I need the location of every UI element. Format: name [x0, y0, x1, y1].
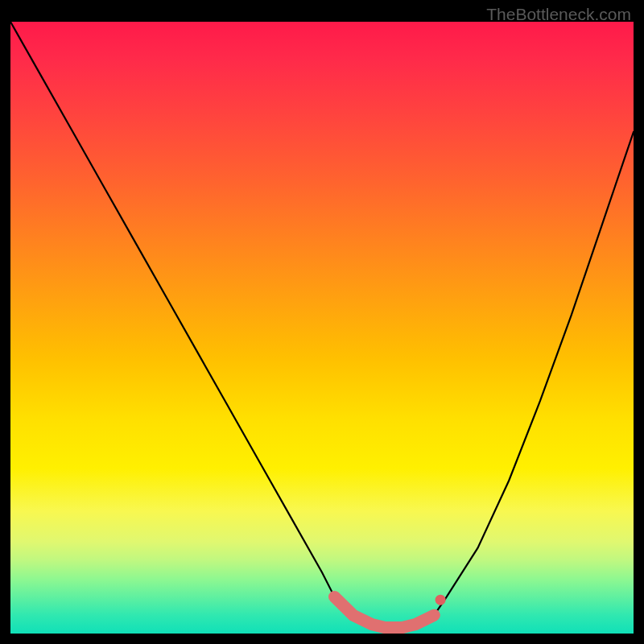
optimal-range-marker: [335, 597, 435, 627]
watermark-text: TheBottleneck.com: [486, 5, 631, 24]
chart-svg-layer: [10, 22, 634, 634]
chart-plot-area: [10, 22, 634, 634]
marker-dot: [436, 595, 446, 605]
bottleneck-curve-line: [10, 22, 634, 627]
